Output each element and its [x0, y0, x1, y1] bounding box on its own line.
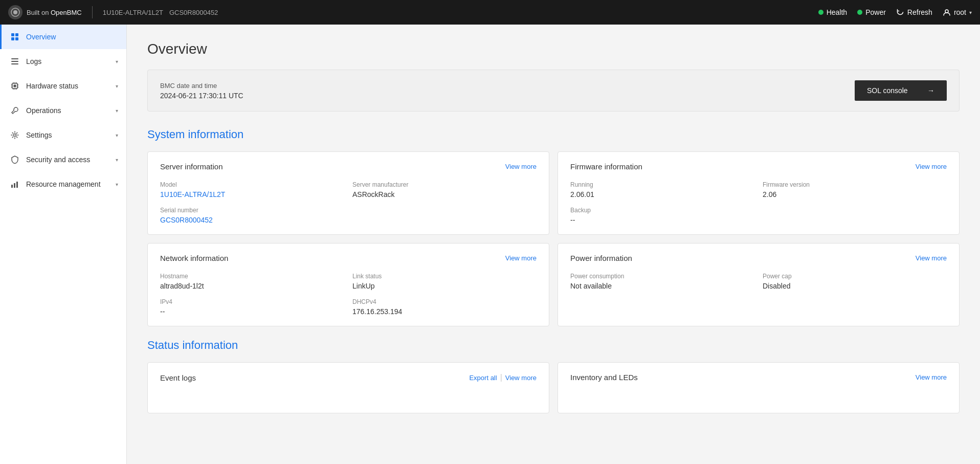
svg-rect-5 [11, 37, 14, 40]
user-chevron-icon: ▾ [969, 10, 972, 15]
network-dhcpv4-label: DHCPv4 [352, 298, 537, 305]
hardware-chevron-icon: ▾ [116, 83, 118, 89]
topbar-right: Health Power Refresh root ▾ [818, 8, 972, 16]
status-title-suffix: information [182, 339, 238, 351]
topbar: Built on OpenBMC 1U10E-ALTRA/1L2T GCS0R8… [0, 0, 980, 25]
firmware-backup-label: Backup [570, 207, 754, 214]
sidebar-item-resource-management[interactable]: Resource management ▾ [0, 172, 126, 196]
server-view-more[interactable]: View more [505, 163, 537, 170]
topbar-divider [92, 6, 93, 18]
network-view-more[interactable]: View more [505, 254, 537, 262]
network-dhcpv4-group: DHCPv4 176.16.253.194 [352, 298, 537, 316]
server-serial-label: Serial number [160, 207, 344, 214]
sidebar-item-security-access[interactable]: Security and access ▾ [0, 147, 126, 172]
server-model-group: Model 1U10E-ALTRA/1L2T [160, 181, 344, 198]
power-card-title: Power information [570, 254, 632, 262]
svg-rect-8 [11, 61, 18, 62]
status-title-prefix: Status [147, 339, 182, 351]
network-hostname-group: Hostname altrad8ud-1l2t [160, 273, 344, 290]
sidebar-label-settings: Settings [26, 131, 109, 139]
power-consumption-value: Not available [570, 282, 754, 290]
health-dot [818, 10, 823, 15]
svg-rect-3 [11, 33, 14, 36]
sidebar-item-overview[interactable]: Overview [0, 25, 126, 49]
event-logs-export-all[interactable]: Export all [469, 374, 497, 382]
firmware-version-group: Firmware version 2.06 [763, 181, 947, 198]
status-information-title: Status information [147, 339, 960, 352]
refresh-button[interactable]: Refresh [896, 8, 932, 16]
bmc-date-value: 2024-06-21 17:30:11 UTC [160, 92, 243, 100]
sidebar-label-hardware-status: Hardware status [26, 82, 109, 90]
power-cap-label: Power cap [763, 273, 947, 280]
power-view-more[interactable]: View more [916, 254, 947, 262]
sidebar-item-hardware-status[interactable]: Hardware status ▾ [0, 74, 126, 98]
firmware-info-card: Firmware information View more Running 2… [558, 151, 960, 235]
tool-icon [10, 105, 20, 116]
event-logs-actions: Export all | View more [469, 373, 537, 382]
firmware-card-title: Firmware information [570, 162, 642, 171]
network-ipv4-label: IPv4 [160, 298, 344, 305]
user-label: root [954, 8, 966, 16]
system-title-prefix: System [147, 128, 188, 141]
sol-console-arrow-icon: → [927, 86, 934, 95]
status-information-section: Status information Event logs Export all… [147, 339, 960, 413]
health-label: Health [827, 8, 847, 16]
network-card-title: Network information [160, 254, 228, 262]
chart-icon [10, 179, 20, 189]
cpu-icon [10, 81, 20, 91]
firmware-version-label: Firmware version [763, 181, 947, 188]
server-manufacturer-value: ASRockRack [352, 190, 537, 198]
sidebar-item-logs[interactable]: Logs ▾ [0, 49, 126, 74]
sidebar-item-settings[interactable]: Settings ▾ [0, 123, 126, 147]
server-serial: GCS0R8000452 [169, 9, 218, 16]
user-menu-button[interactable]: root ▾ [943, 8, 972, 16]
security-chevron-icon: ▾ [116, 157, 118, 163]
sidebar: Overview Logs ▾ [0, 25, 127, 464]
network-link-status-group: Link status LinkUp [352, 273, 537, 290]
svg-rect-25 [11, 185, 13, 188]
sol-console-button[interactable]: SOL console → [855, 80, 947, 101]
grid-icon [10, 32, 20, 42]
event-logs-view-more[interactable]: View more [505, 374, 537, 382]
firmware-card-fields: Running 2.06.01 Firmware version 2.06 Ba… [570, 181, 947, 224]
brand-text: Built on OpenBMC [27, 9, 82, 16]
event-logs-card: Event logs Export all | View more [147, 362, 549, 413]
sidebar-label-operations: Operations [26, 106, 109, 115]
sidebar-label-overview: Overview [26, 33, 118, 41]
logs-chevron-icon: ▾ [116, 59, 118, 64]
network-link-status-value: LinkUp [352, 282, 537, 290]
power-status[interactable]: Power [857, 8, 886, 16]
inventory-leds-header: Inventory and LEDs View more [570, 373, 947, 382]
operations-chevron-icon: ▾ [116, 108, 118, 114]
svg-rect-4 [15, 33, 18, 36]
inventory-leds-view-more[interactable]: View more [916, 373, 947, 381]
firmware-backup-group: Backup -- [570, 207, 754, 224]
firmware-running-group: Running 2.06.01 [570, 181, 754, 198]
system-information-title: System information [147, 128, 960, 141]
server-manufacturer-group: Server manufacturer ASRockRack [352, 181, 537, 198]
server-card-title: Server information [160, 162, 223, 171]
refresh-label: Refresh [907, 8, 932, 16]
list-icon [10, 56, 20, 67]
gear-icon [10, 130, 20, 140]
server-serial-group: Serial number GCS0R8000452 [160, 207, 344, 224]
bmc-date-card: BMC date and time 2024-06-21 17:30:11 UT… [147, 70, 960, 112]
user-icon [943, 8, 951, 16]
main-content: Overview BMC date and time 2024-06-21 17… [127, 25, 980, 464]
server-info-card: Server information View more Model 1U10E… [147, 151, 549, 235]
inventory-leds-title: Inventory and LEDs [570, 373, 638, 382]
inventory-leds-card: Inventory and LEDs View more [558, 362, 960, 413]
svg-rect-7 [11, 58, 18, 59]
event-logs-header: Event logs Export all | View more [160, 373, 537, 382]
network-dhcpv4-value: 176.16.253.194 [352, 307, 537, 316]
event-logs-title: Event logs [160, 373, 196, 382]
firmware-view-more[interactable]: View more [916, 163, 947, 170]
svg-rect-11 [14, 85, 16, 87]
bmc-date-label: BMC date and time [160, 82, 243, 90]
health-status[interactable]: Health [818, 8, 847, 16]
sidebar-item-operations[interactable]: Operations ▾ [0, 98, 126, 123]
server-info: 1U10E-ALTRA/1L2T GCS0R8000452 [103, 9, 218, 16]
server-card-header: Server information View more [160, 162, 537, 171]
network-ipv4-value: -- [160, 307, 344, 316]
server-model: 1U10E-ALTRA/1L2T [103, 9, 163, 16]
